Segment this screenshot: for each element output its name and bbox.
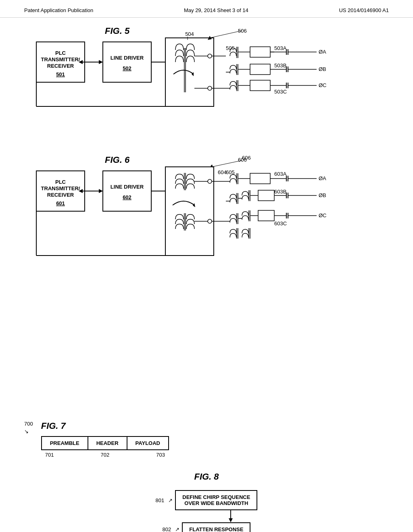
svg-line-25 <box>210 31 242 38</box>
svg-text:ØA: ØA <box>319 49 326 55</box>
svg-text:TRANSMITTER/: TRANSMITTER/ <box>41 185 80 191</box>
fig7-702: 702 <box>100 452 109 458</box>
svg-line-92 <box>212 160 242 167</box>
fig7-payload: PAYLOAD <box>127 437 168 449</box>
header-center: May 29, 2014 Sheet 3 of 14 <box>184 7 248 13</box>
svg-text:ØB: ØB <box>319 66 326 72</box>
svg-text:TRANSMITTER/: TRANSMITTER/ <box>41 56 80 62</box>
svg-text:ØB: ØB <box>319 192 326 198</box>
svg-text:ØC: ØC <box>319 212 327 218</box>
fig7-header: HEADER <box>88 437 127 449</box>
svg-rect-73 <box>103 171 151 211</box>
fig7-701: 701 <box>45 452 54 458</box>
fig8-801-label: 801 <box>156 497 165 503</box>
fig6-diagram: PLC TRANSMITTER/ RECEIVER 601 LINE DRIVE… <box>24 155 387 280</box>
fig8-section: FIG. 8 801 ↗ DEFINE CHIRP SEQUENCEOVER W… <box>24 472 389 532</box>
svg-text:603C: 603C <box>274 220 287 227</box>
svg-rect-54 <box>250 80 270 91</box>
svg-rect-44 <box>250 64 270 75</box>
header-right: US 2014/0146900 A1 <box>339 7 389 13</box>
fig7-700-label: 700 <box>24 421 33 427</box>
svg-text:RECEIVER: RECEIVER <box>47 192 74 198</box>
svg-text:602: 602 <box>123 194 131 200</box>
svg-point-87 <box>208 219 212 223</box>
svg-marker-141 <box>229 518 233 522</box>
svg-text:ØA: ØA <box>319 175 326 181</box>
header-left: Patent Application Publication <box>24 7 93 13</box>
svg-text:603A: 603A <box>274 171 287 177</box>
fig5-section: FIG. 5 506 PLC TRANSMITTER/ RECEIVER 501… <box>24 26 389 143</box>
main-content: FIG. 5 506 PLC TRANSMITTER/ RECEIVER 501… <box>0 18 413 532</box>
fig7-title: FIG. 7 <box>41 421 169 431</box>
fig7-section: 700 ↘ FIG. 7 PREAMBLE HEADER PAYLOAD 701… <box>24 421 389 459</box>
svg-text:RECEIVER: RECEIVER <box>47 63 74 69</box>
fig8-title: FIG. 8 <box>24 472 389 482</box>
page-header: Patent Application Publication May 29, 2… <box>0 0 413 18</box>
svg-text:503B: 503B <box>274 62 286 69</box>
svg-marker-70 <box>99 189 103 193</box>
svg-text:LINE DRIVER: LINE DRIVER <box>111 184 144 190</box>
svg-point-18 <box>208 54 212 58</box>
fig7-preamble: PREAMBLE <box>42 437 88 449</box>
fig8-step1-row: 801 ↗ DEFINE CHIRP SEQUENCEOVER WIDE BAN… <box>156 490 258 510</box>
svg-rect-77 <box>165 167 214 256</box>
fig8-step1-box: DEFINE CHIRP SEQUENCEOVER WIDE BANDWIDTH <box>175 490 257 510</box>
fig7-table: PREAMBLE HEADER PAYLOAD <box>41 436 169 450</box>
svg-text:504: 504 <box>185 31 194 37</box>
svg-text:LINE DRIVER: LINE DRIVER <box>111 55 144 61</box>
fig8-flowchart: 801 ↗ DEFINE CHIRP SEQUENCEOVER WIDE BAN… <box>24 490 389 532</box>
svg-text:ØC: ØC <box>319 82 327 88</box>
svg-text:503C: 503C <box>274 89 287 95</box>
svg-rect-113 <box>258 190 274 201</box>
fig7-703: 703 <box>156 452 165 458</box>
svg-text:503A: 503A <box>274 45 287 51</box>
svg-rect-99 <box>250 173 270 184</box>
fig8-step2-box: FLATTEN RESPONSE <box>182 522 250 532</box>
fig8-802-label: 802 <box>163 526 171 532</box>
fig8-arrow1 <box>227 510 235 522</box>
svg-text:604: 604 <box>218 169 227 175</box>
svg-text:PLC: PLC <box>55 179 66 185</box>
svg-point-81 <box>208 179 212 183</box>
svg-rect-9 <box>103 42 151 82</box>
fig5-diagram: PLC TRANSMITTER/ RECEIVER 501 LINE DRIVE… <box>24 26 387 139</box>
svg-rect-13 <box>165 38 214 106</box>
svg-rect-126 <box>258 210 274 221</box>
svg-text:603B: 603B <box>274 189 286 195</box>
svg-text:PLC: PLC <box>55 50 66 56</box>
svg-text:601: 601 <box>56 200 65 206</box>
svg-text:606: 606 <box>242 155 251 161</box>
svg-rect-34 <box>250 47 270 57</box>
svg-point-22 <box>208 86 212 90</box>
svg-text:502: 502 <box>123 65 131 71</box>
fig7-numbers: 701 702 703 <box>41 450 169 459</box>
svg-text:501: 501 <box>56 71 65 77</box>
fig8-step2-row: 802 ↗ FLATTEN RESPONSE <box>163 522 251 532</box>
svg-marker-6 <box>99 60 103 64</box>
fig6-section: FIG. 6 606 PLC TRANSMITTER/ RECEIVER 601… <box>24 155 389 284</box>
